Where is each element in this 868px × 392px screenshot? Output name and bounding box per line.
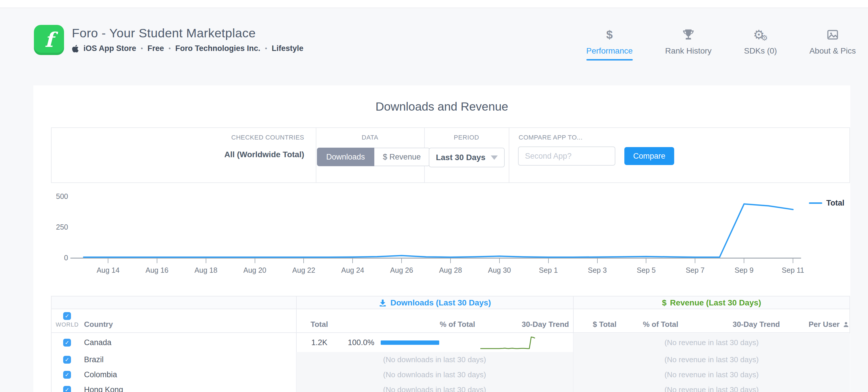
dollar-icon: $: [607, 27, 613, 43]
country-name: Hong Kong: [84, 382, 123, 392]
column-header-rev-trend[interactable]: 30-Day Trend: [710, 320, 780, 329]
checked-countries-label: CHECKED COUNTRIES: [51, 134, 304, 141]
tab-rank-history[interactable]: Rank History: [665, 27, 712, 61]
checked-countries-value: All (Worldwide Total): [51, 150, 304, 159]
app-price: Free: [148, 44, 164, 53]
column-header-country[interactable]: Country: [84, 320, 113, 329]
revenue-toggle-button[interactable]: $ Revenue: [374, 148, 430, 166]
dollar-icon: $: [662, 298, 666, 307]
app-store-label: iOS App Store: [84, 44, 136, 53]
app-icon: f: [34, 25, 64, 55]
no-revenue-text: (No revenue in last 30 days): [573, 333, 850, 352]
column-header-dl-pct[interactable]: % of Total: [417, 320, 475, 329]
compare-label: COMPARE APP TO...: [519, 134, 583, 141]
downloads-pct-value: 100.0%: [336, 333, 374, 352]
tab-sdks[interactable]: ⚙⚙ SDKs (0): [744, 27, 777, 61]
country-name: Colombia: [84, 367, 117, 382]
no-downloads-text: (No downloads in last 30 days): [296, 352, 573, 367]
column-header-rev-total[interactable]: $ Total: [593, 320, 617, 329]
no-revenue-text: (No revenue in last 30 days): [573, 367, 850, 382]
app-meta: iOS App Store • Free • Foro Technologies…: [72, 44, 303, 53]
downloads-group-header: Downloads (Last 30 Days): [296, 298, 573, 308]
chevron-down-icon: [491, 156, 498, 160]
active-tab-underline: [586, 59, 633, 61]
world-checkbox[interactable]: [63, 312, 71, 320]
download-icon: [378, 298, 387, 307]
top-bar: [0, 0, 868, 8]
country-name: Brazil: [84, 352, 104, 367]
meta-separator: •: [168, 45, 170, 52]
trophy-icon: [682, 27, 695, 43]
meta-separator: •: [265, 45, 267, 52]
period-select[interactable]: Last 30 Days: [429, 148, 505, 167]
country-checkbox-brazil[interactable]: [63, 356, 71, 364]
country-checkbox-canada[interactable]: [63, 339, 71, 347]
downloads-chart: 0250500Aug 14Aug 16Aug 18Aug 20Aug 22Aug…: [33, 185, 850, 284]
revenue-group-header: $ Revenue (Last 30 Days): [573, 298, 850, 308]
no-revenue-text: (No revenue in last 30 days): [573, 352, 850, 367]
chart-legend: Total: [809, 199, 844, 207]
filter-divider: [509, 127, 509, 183]
downloads-pct-bar: [381, 340, 439, 345]
column-header-per-user[interactable]: Per User: [782, 320, 849, 329]
downloads-trend-sparkline: [478, 334, 536, 351]
tab-label: Performance: [586, 46, 633, 56]
tab-label: About & Pics: [809, 46, 856, 56]
person-icon: [842, 321, 849, 328]
column-header-dl-total[interactable]: Total: [311, 320, 328, 329]
tab-label: SDKs (0): [744, 46, 777, 56]
country-checkbox-hong-kong[interactable]: [63, 386, 71, 392]
data-toggle: Downloads $ Revenue: [317, 148, 430, 166]
no-downloads-text: (No downloads in last 30 days): [296, 382, 573, 392]
downloads-toggle-button[interactable]: Downloads: [317, 148, 374, 166]
app-icon-letter: f: [44, 30, 53, 50]
no-revenue-text: (No revenue in last 30 days): [573, 382, 850, 392]
compare-button[interactable]: Compare: [624, 147, 674, 165]
period-filter-label: PERIOD: [424, 134, 509, 141]
data-filter-label: DATA: [316, 134, 424, 141]
app-analytics-page: f Foro - Your Student Marketplace iOS Ap…: [0, 0, 868, 392]
meta-separator: •: [141, 45, 143, 52]
legend-label-total: Total: [826, 199, 844, 207]
column-header-rev-pct[interactable]: % of Total: [643, 320, 678, 329]
table-border: [51, 296, 52, 392]
period-value: Last 30 Days: [436, 153, 485, 162]
tab-performance[interactable]: $ Performance: [586, 27, 633, 61]
app-nav-tabs: $ Performance Rank History ⚙⚙ SDKs (0): [586, 27, 856, 61]
tab-label: Rank History: [665, 46, 712, 56]
compare-app-input[interactable]: [518, 146, 615, 166]
app-category: Lifestyle: [272, 44, 304, 53]
column-header-dl-trend[interactable]: 30-Day Trend: [497, 320, 569, 329]
country-name: Canada: [84, 333, 112, 352]
tab-about-pics[interactable]: About & Pics: [809, 27, 856, 61]
downloads-total-value: 1.2K: [299, 333, 328, 352]
page-title: Foro - Your Student Marketplace: [72, 26, 256, 40]
picture-icon: [826, 27, 839, 43]
world-label: WORLD: [54, 321, 81, 328]
apple-icon: [72, 44, 79, 53]
legend-swatch-total: [809, 202, 822, 204]
total-downloads-line: [33, 185, 850, 284]
app-publisher: Foro Technologies Inc.: [175, 44, 260, 53]
country-checkbox-colombia[interactable]: [63, 371, 71, 379]
gears-icon: ⚙⚙: [753, 27, 768, 43]
section-title: Downloads and Revenue: [33, 100, 850, 113]
no-downloads-text: (No downloads in last 30 days): [296, 367, 573, 382]
